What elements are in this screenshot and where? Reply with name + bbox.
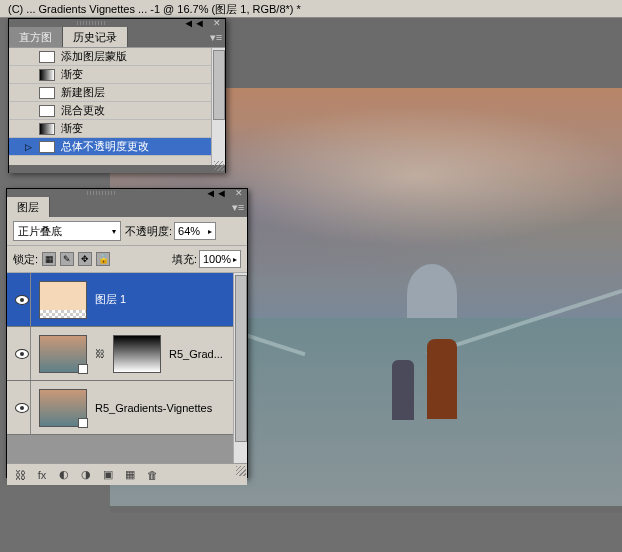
tab-histogram[interactable]: 直方图 xyxy=(9,27,63,47)
history-label: 渐变 xyxy=(61,67,83,82)
layer-thumbnail[interactable] xyxy=(39,281,87,319)
link-icon[interactable]: ⛓ xyxy=(95,348,105,359)
layers-panel: ◄◄ ✕ 图层 ▾≡ 正片叠底 ▾ 不透明度: 64% ▸ 锁定: ▦ ✎ xyxy=(6,188,248,478)
panel-menu-icon[interactable]: ▾≡ xyxy=(229,197,247,217)
history-item[interactable]: ▷ 总体不透明度更改 xyxy=(9,138,225,156)
blend-change-icon xyxy=(39,105,55,117)
layer-item[interactable]: ⛓ R5_Grad... xyxy=(7,327,247,381)
visibility-eye-icon[interactable] xyxy=(15,349,29,359)
opacity-value: 64% xyxy=(178,225,200,237)
panel-footer xyxy=(9,165,225,173)
panel-menu-icon[interactable]: ▾≡ xyxy=(207,27,225,47)
history-item[interactable]: 渐变 xyxy=(9,120,225,138)
layer-name[interactable]: 图层 1 xyxy=(95,292,126,307)
opacity-label: 不透明度: xyxy=(125,224,172,239)
lock-row: 锁定: ▦ ✎ ✥ 🔒 填充: 100% ▸ xyxy=(7,246,247,273)
opacity-change-icon xyxy=(39,141,55,153)
visibility-eye-icon[interactable] xyxy=(15,295,29,305)
gradient-icon xyxy=(39,123,55,135)
history-item[interactable]: 添加图层蒙版 xyxy=(9,48,225,66)
scrollbar-vertical[interactable] xyxy=(233,273,247,463)
lock-label: 锁定: xyxy=(13,252,38,267)
resize-grip-icon[interactable] xyxy=(214,161,224,171)
layer-thumbnail[interactable] xyxy=(39,335,87,373)
resize-grip-icon[interactable] xyxy=(236,466,246,476)
gradient-icon xyxy=(39,69,55,81)
opacity-input[interactable]: 64% ▸ xyxy=(174,222,216,240)
layer-item[interactable]: R5_Gradients-Vignettes xyxy=(7,381,247,435)
layers-list: 图层 1 ⛓ R5_Grad... R5_Gradients-Vignettes xyxy=(7,273,247,463)
lock-position-icon[interactable]: ✥ xyxy=(78,252,92,266)
scrollbar-thumb[interactable] xyxy=(213,50,225,120)
layer-thumbnail[interactable] xyxy=(39,389,87,427)
layer-item[interactable]: 图层 1 xyxy=(7,273,247,327)
link-layers-icon[interactable]: ⛓ xyxy=(13,468,27,482)
chevron-right-icon: ▸ xyxy=(233,255,237,264)
fill-value: 100% xyxy=(203,253,231,265)
panel-drag-handle[interactable]: ◄◄ ✕ xyxy=(7,189,247,197)
history-item[interactable]: 新建图层 xyxy=(9,84,225,102)
current-step-arrow-icon: ▷ xyxy=(25,142,32,152)
panel-collapse-icon[interactable]: ◄◄ xyxy=(205,187,227,199)
blend-mode-select[interactable]: 正片叠底 ▾ xyxy=(13,221,121,241)
layer-group-icon[interactable]: ▣ xyxy=(101,468,115,482)
history-item[interactable]: 混合更改 xyxy=(9,102,225,120)
delete-layer-icon[interactable]: 🗑 xyxy=(145,468,159,482)
lock-transparency-icon[interactable]: ▦ xyxy=(42,252,56,266)
history-label: 添加图层蒙版 xyxy=(61,49,127,64)
history-label: 新建图层 xyxy=(61,85,105,100)
panel-drag-handle[interactable]: ◄◄ ✕ xyxy=(9,19,225,27)
visibility-eye-icon[interactable] xyxy=(15,403,29,413)
chevron-down-icon: ▾ xyxy=(112,227,116,236)
layers-bottom-toolbar: ⛓ fx ◐ ◑ ▣ ▦ 🗑 xyxy=(7,463,247,485)
layer-mask-icon xyxy=(39,51,55,63)
layer-effects-icon[interactable]: fx xyxy=(35,468,49,482)
panel-collapse-icon[interactable]: ◄◄ xyxy=(183,17,205,29)
scrollbar-thumb[interactable] xyxy=(235,275,247,442)
document-tab[interactable]: (C) ... Gradients Vignettes ... -1 @ 16.… xyxy=(0,0,622,18)
history-label: 混合更改 xyxy=(61,103,105,118)
new-layer-icon xyxy=(39,87,55,99)
adjustment-layer-icon[interactable]: ◑ xyxy=(79,468,93,482)
history-label: 渐变 xyxy=(61,121,83,136)
history-label: 总体不透明度更改 xyxy=(61,139,149,154)
new-layer-icon[interactable]: ▦ xyxy=(123,468,137,482)
history-list: 添加图层蒙版 渐变 新建图层 混合更改 渐变 ▷ 总体不透明度更改 xyxy=(9,47,225,165)
fill-label: 填充: xyxy=(172,252,197,267)
layer-name[interactable]: R5_Gradients-Vignettes xyxy=(95,402,212,414)
scrollbar-vertical[interactable] xyxy=(211,48,225,165)
blend-mode-value: 正片叠底 xyxy=(18,224,62,239)
layer-options-row: 正片叠底 ▾ 不透明度: 64% ▸ xyxy=(7,217,247,246)
fill-input[interactable]: 100% ▸ xyxy=(199,250,241,268)
layer-mask-thumbnail[interactable] xyxy=(113,335,161,373)
layer-mask-icon[interactable]: ◐ xyxy=(57,468,71,482)
lock-image-icon[interactable]: ✎ xyxy=(60,252,74,266)
tab-history[interactable]: 历史记录 xyxy=(63,27,128,47)
layer-name[interactable]: R5_Grad... xyxy=(169,348,223,360)
lock-all-icon[interactable]: 🔒 xyxy=(96,252,110,266)
history-item[interactable]: 渐变 xyxy=(9,66,225,84)
tab-layers[interactable]: 图层 xyxy=(7,197,50,217)
history-panel: ◄◄ ✕ 直方图 历史记录 ▾≡ 添加图层蒙版 渐变 新建图层 混合更改 渐变 … xyxy=(8,18,226,173)
chevron-right-icon: ▸ xyxy=(208,227,212,236)
